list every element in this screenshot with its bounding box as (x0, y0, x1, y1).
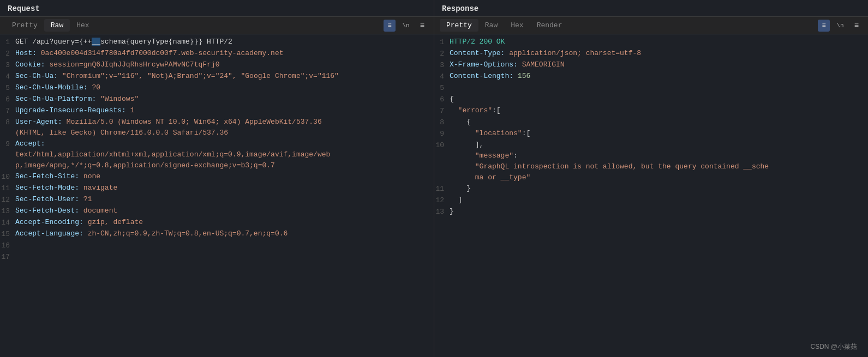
request-line-13: 13 Sec-Fetch-Dest: document (0, 205, 434, 217)
request-line-4: 4 Sec-Ch-Ua: "Chromium";v="116", "Not)A;… (0, 71, 434, 82)
response-icon-ln[interactable]: \n (834, 20, 846, 32)
response-line-13: 13 } (434, 206, 868, 217)
request-icon-wrap[interactable]: ≡ (384, 20, 396, 32)
request-line-8: 8 User-Agent: Mozilla/5.0 (Windows NT 10… (0, 117, 434, 138)
response-line-5: 5 (434, 82, 868, 94)
tab-pretty-request[interactable]: Pretty (5, 19, 44, 32)
request-icon-menu[interactable]: ≡ (416, 20, 428, 32)
tab-hex-request[interactable]: Hex (70, 19, 95, 32)
request-line-10: 10 Sec-Fetch-Site: none (0, 171, 434, 183)
request-line-15: 15 Accept-Language: zh-CN,zh;q=0.9,zh-TW… (0, 228, 434, 240)
request-code-area: 1 GET /api?query={++__schema{queryType{n… (0, 34, 434, 357)
response-line-2: 2 Content-Type: application/json; charse… (434, 48, 868, 59)
request-line-17: 17 (0, 251, 434, 263)
request-line-14: 14 Accept-Encoding: gzip, deflate (0, 217, 434, 228)
request-icon-ln[interactable]: \n (400, 20, 412, 32)
response-line-1: 1 HTTP/2 200 OK (434, 37, 868, 48)
response-panel: Response Pretty Raw Hex Render ≡ \n ≡ 1 … (434, 0, 868, 357)
tab-render-response[interactable]: Render (530, 19, 569, 32)
response-line-11: 11 } (434, 183, 868, 195)
request-panel: Request Pretty Raw Hex ≡ \n ≡ 1 GET /api… (0, 0, 434, 357)
request-line-1: 1 GET /api?query={++__schema{queryType{n… (0, 37, 434, 48)
response-title: Response (434, 0, 868, 17)
response-line-8: 8 { (434, 117, 868, 128)
request-line-3: 3 Cookie: session=gnQ6JIqhJJqRhsHrcywPAM… (0, 59, 434, 71)
response-line-12: 12 ] (434, 195, 868, 206)
watermark-text: CSDN @小菜菇 (810, 342, 857, 352)
response-code-area: 1 HTTP/2 200 OK 2 Content-Type: applicat… (434, 34, 868, 357)
main-container: Request Pretty Raw Hex ≡ \n ≡ 1 GET /api… (0, 0, 868, 357)
response-line-10: 10 ], "message": "GraphQL introspection … (434, 140, 868, 183)
tab-hex-response[interactable]: Hex (504, 19, 530, 32)
response-line-3: 3 X-Frame-Options: SAMEORIGIN (434, 59, 868, 71)
response-line-6: 6 { (434, 94, 868, 105)
request-line-12: 12 Sec-Fetch-User: ?1 (0, 194, 434, 205)
tab-raw-request[interactable]: Raw (44, 19, 70, 32)
request-line-16: 16 (0, 240, 434, 251)
request-line-5: 5 Sec-Ch-Ua-Mobile: ?0 (0, 82, 434, 94)
response-line-9: 9 "locations":[ (434, 128, 868, 140)
request-line-11: 11 Sec-Fetch-Mode: navigate (0, 183, 434, 194)
request-line-6: 6 Sec-Ch-Ua-Platform: "Windows" (0, 94, 434, 105)
response-tab-icons: ≡ \n ≡ (818, 20, 863, 32)
request-tab-bar: Pretty Raw Hex ≡ \n ≡ (0, 17, 434, 34)
request-line-7: 7 Upgrade-Insecure-Requests: 1 (0, 105, 434, 117)
response-line-4: 4 Content-Length: 156 (434, 71, 868, 82)
request-tab-icons: ≡ \n ≡ (384, 20, 428, 32)
tab-pretty-response[interactable]: Pretty (440, 19, 478, 32)
response-icon-menu[interactable]: ≡ (851, 20, 863, 32)
response-line-7: 7 "errors":[ (434, 105, 868, 117)
response-icon-wrap[interactable]: ≡ (818, 20, 830, 32)
request-title: Request (0, 0, 434, 17)
request-line-2: 2 Host: 0ac400e004d314f780a4fd7000dc00f7… (0, 48, 434, 59)
tab-raw-response[interactable]: Raw (478, 19, 504, 32)
request-line-9: 9 Accept:text/html,application/xhtml+xml… (0, 138, 434, 171)
response-tab-bar: Pretty Raw Hex Render ≡ \n ≡ (434, 17, 868, 34)
